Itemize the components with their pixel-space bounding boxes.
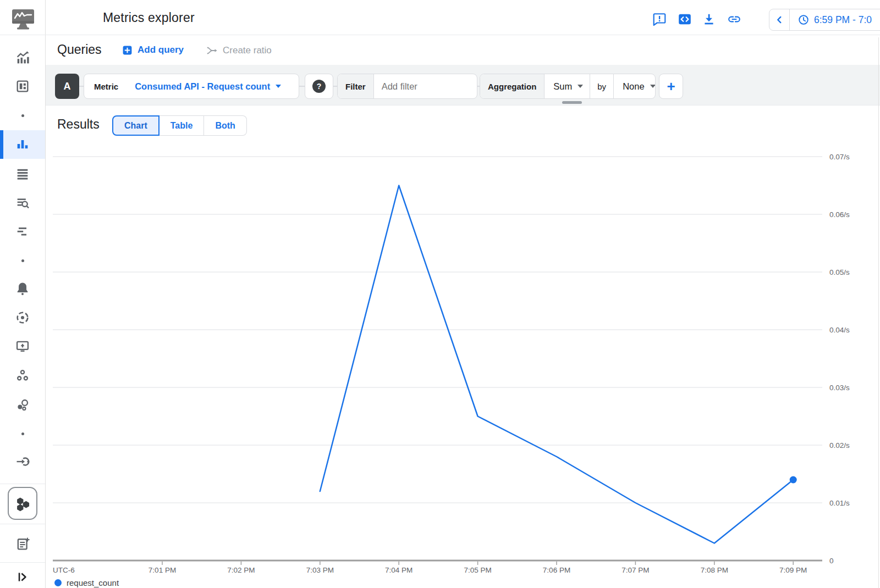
svg-text:0.03/s: 0.03/s bbox=[829, 384, 850, 392]
svg-text:7:08 PM: 7:08 PM bbox=[701, 566, 728, 574]
svg-text:7:01 PM: 7:01 PM bbox=[148, 566, 176, 574]
svg-text:0.07/s: 0.07/s bbox=[829, 153, 850, 161]
svg-text:UTC-6: UTC-6 bbox=[53, 566, 75, 574]
svg-text:0.01/s: 0.01/s bbox=[829, 499, 850, 507]
svg-text:0.02/s: 0.02/s bbox=[829, 441, 850, 450]
metrics-explorer-page: Metrics explorer bbox=[0, 0, 880, 588]
svg-text:7:09 PM: 7:09 PM bbox=[779, 566, 807, 574]
chart-legend[interactable]: request_count bbox=[54, 578, 119, 587]
line-chart-canvas: 0.07/s0.06/s0.05/s0.04/s0.03/s0.02/s0.01… bbox=[0, 0, 880, 588]
svg-text:7:03 PM: 7:03 PM bbox=[306, 566, 334, 574]
svg-text:0.04/s: 0.04/s bbox=[829, 326, 850, 334]
svg-text:7:07 PM: 7:07 PM bbox=[622, 566, 649, 574]
svg-text:7:02 PM: 7:02 PM bbox=[227, 566, 255, 574]
svg-text:0: 0 bbox=[829, 557, 834, 565]
svg-text:0.05/s: 0.05/s bbox=[829, 268, 850, 276]
content-right-border bbox=[878, 37, 879, 588]
series-name: request_count bbox=[67, 578, 119, 587]
svg-text:7:04 PM: 7:04 PM bbox=[385, 566, 413, 574]
svg-text:7:05 PM: 7:05 PM bbox=[464, 566, 491, 574]
series-color-dot bbox=[54, 579, 62, 586]
svg-text:7:06 PM: 7:06 PM bbox=[543, 566, 570, 574]
svg-text:0.06/s: 0.06/s bbox=[829, 210, 850, 219]
